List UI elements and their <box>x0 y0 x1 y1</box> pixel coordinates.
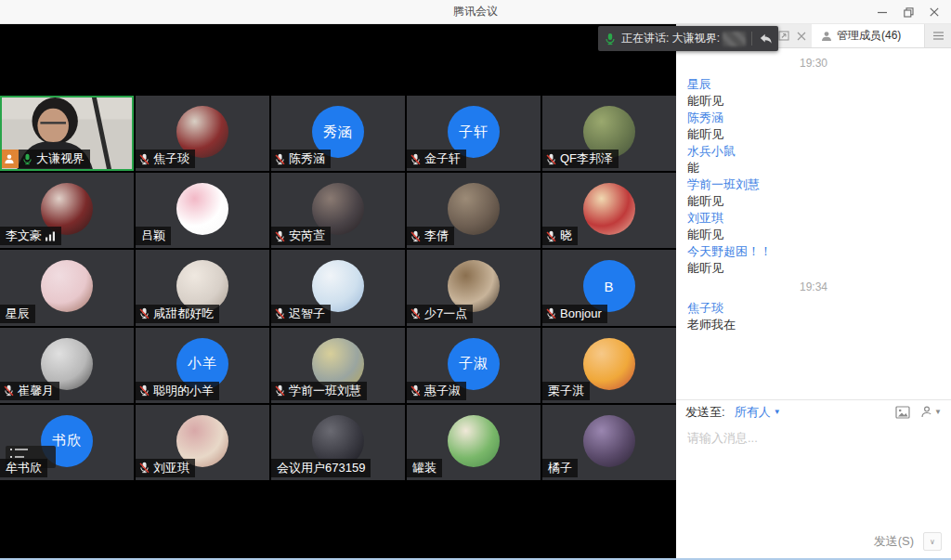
participant-tile[interactable]: 橘子 <box>542 405 676 480</box>
participant-tile[interactable]: 刘亚琪 <box>136 405 269 480</box>
muted-mic-icon <box>545 307 557 319</box>
tab-manage-members[interactable]: 管理成员(46) <box>812 24 925 47</box>
send-to-label: 发送至: <box>685 404 725 421</box>
name-tag-body: 金子轩 <box>407 150 466 168</box>
participant-name-tag: 罐装 <box>407 459 442 477</box>
send-button[interactable]: 发送(S) <box>865 530 923 553</box>
close-button[interactable] <box>921 0 947 24</box>
name-tag-body: 崔馨月 <box>0 382 59 400</box>
name-tag-body: 聪明的小羊 <box>136 382 219 400</box>
message-input[interactable] <box>687 430 940 524</box>
mention-member-icon[interactable]: ▼ <box>921 406 942 418</box>
chat-sender-name[interactable]: 焦子琰 <box>687 300 940 317</box>
hamburger-icon <box>933 32 944 40</box>
chevron-down-icon: ▼ <box>934 408 942 416</box>
muted-mic-icon <box>274 384 286 397</box>
muted-mic-icon <box>545 230 557 242</box>
restore-button[interactable] <box>895 0 921 24</box>
participant-tile[interactable]: 秀涵陈秀涵 <box>271 96 405 171</box>
name-tag-body: 学前一班刘慧 <box>271 382 367 400</box>
list-widget-row <box>10 449 51 450</box>
participant-name: 晓 <box>560 228 572 244</box>
chat-sender-name[interactable]: 刘亚琪 <box>687 210 940 227</box>
minimize-button[interactable] <box>869 0 895 24</box>
name-tag-body: 少7一点 <box>407 305 473 323</box>
muted-mic-icon <box>138 384 150 397</box>
chevron-down-icon: ∨ <box>930 538 935 546</box>
participant-tile[interactable]: 晓 <box>542 173 676 248</box>
participant-name-tag: 少7一点 <box>407 305 473 323</box>
participant-tile[interactable]: 学前一班刘慧 <box>271 328 405 403</box>
name-tag-body: 牟书欣 <box>0 459 47 477</box>
screenshot-image-icon[interactable] <box>895 406 910 419</box>
send-to-dropdown[interactable]: 所有人 ▼ <box>735 404 781 421</box>
participant-tile[interactable]: 栗子淇 <box>542 328 676 403</box>
close-icon <box>930 7 939 17</box>
participant-tile[interactable]: 大谦视界 <box>0 96 134 171</box>
participant-tile[interactable]: 会议用户673159 <box>271 405 405 480</box>
participant-name-tag: 陈秀涵 <box>271 150 331 168</box>
name-tag-body: 大谦视界 <box>19 150 90 168</box>
participant-name-tag: 惠子淑 <box>407 382 466 400</box>
participant-tile[interactable]: 少7一点 <box>407 250 541 325</box>
send-options-button[interactable]: ∨ <box>923 532 942 551</box>
participant-tile[interactable]: 崔馨月 <box>0 328 134 403</box>
name-tag-body: 李文豪 <box>0 227 61 245</box>
participant-name-tag: 大谦视界 <box>0 150 90 168</box>
participant-tile[interactable]: 咸甜都好吃 <box>136 250 269 325</box>
participant-tile[interactable]: 安芮萱 <box>271 173 405 248</box>
chat-sender-name[interactable]: 星辰 <box>687 76 940 93</box>
participant-tile[interactable]: 罐装 <box>407 405 541 480</box>
participant-name-tag: 李倩 <box>407 227 454 245</box>
chat-sender-name[interactable]: 水兵小鼠 <box>687 143 940 160</box>
participant-name: 李文豪 <box>6 228 42 244</box>
participant-tile[interactable]: 子淑惠子淑 <box>407 328 541 403</box>
chat-message-text: 能听见 <box>687 227 940 243</box>
close-panel-icon[interactable] <box>797 32 806 41</box>
participant-name: QF李邦泽 <box>560 150 613 167</box>
name-tag-body: 焦子琰 <box>136 150 195 168</box>
participant-name: 李倩 <box>424 228 449 244</box>
participant-tile[interactable]: QF李邦泽 <box>542 96 676 171</box>
participant-tile[interactable]: 书欣牟书欣 <box>0 405 134 480</box>
name-tag-body: 李倩 <box>407 227 454 245</box>
participant-tile[interactable]: 迟智子 <box>271 250 405 325</box>
participant-name-tag: 星辰 <box>0 305 35 323</box>
speaking-banner: 正在讲话: 大谦视界: <box>598 26 778 51</box>
participant-name-tag: 橘子 <box>542 459 578 477</box>
participant-tile[interactable]: 焦子琰 <box>136 96 269 171</box>
window-title: 腾讯会议 <box>453 4 498 20</box>
active-mic-icon <box>21 153 33 165</box>
chat-sender-name[interactable]: 陈秀涵 <box>687 110 940 126</box>
muted-mic-icon <box>274 153 286 165</box>
panel-menu-button[interactable] <box>925 24 951 47</box>
participant-tile[interactable]: 小羊聪明的小羊 <box>136 328 269 403</box>
chat-sender-name[interactable]: 今天野超困！！ <box>687 243 940 260</box>
name-tag-body: Bonjour <box>542 305 607 323</box>
speaking-banner-text: 正在讲话: 大谦视界: <box>621 31 720 46</box>
chat-message-list[interactable]: 19:30星辰能听见陈秀涵能听见水兵小鼠能学前一班刘慧能听见刘亚琪能听见今天野超… <box>676 48 951 399</box>
restore-icon <box>904 7 914 18</box>
chat-sender-name[interactable]: 学前一班刘慧 <box>687 176 940 193</box>
photo-avatar <box>448 415 500 467</box>
participant-name-tag: 晓 <box>542 227 578 245</box>
popout-panel-icon[interactable] <box>778 31 789 41</box>
participant-name: 金子轩 <box>424 150 461 167</box>
reply-arrow-icon[interactable] <box>759 33 773 45</box>
participant-tile[interactable]: 子轩金子轩 <box>407 96 541 171</box>
participant-tile[interactable]: 李倩 <box>407 173 541 248</box>
participant-name: 刘亚琪 <box>153 460 189 476</box>
participant-name-tag: Bonjour <box>542 305 607 323</box>
participant-name-tag: 咸甜都好吃 <box>136 305 219 323</box>
participant-tile[interactable]: 星辰 <box>0 250 134 325</box>
muted-mic-icon <box>410 230 422 242</box>
chat-panel: 管理成员(46) 19:30星辰能听见陈秀涵能听见水兵小鼠能学前一班刘慧能听见刘… <box>676 24 951 560</box>
panel-window-icons <box>778 24 812 47</box>
window-controls <box>869 0 947 24</box>
participant-tile[interactable]: 李文豪 <box>0 173 134 248</box>
participant-tile[interactable]: 吕颖 <box>136 173 269 248</box>
name-tag-body: 星辰 <box>0 305 35 323</box>
participant-name-tag: 聪明的小羊 <box>136 382 219 400</box>
name-tag-body: 晓 <box>542 227 578 245</box>
participant-tile[interactable]: BBonjour <box>542 250 676 325</box>
